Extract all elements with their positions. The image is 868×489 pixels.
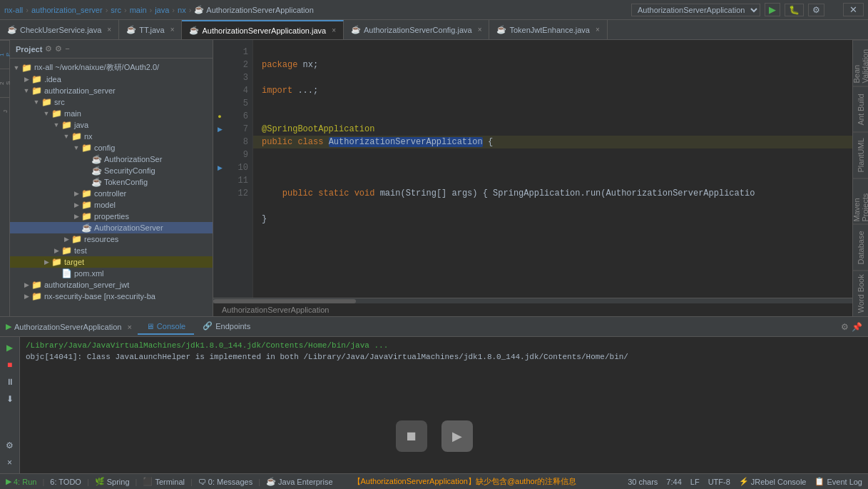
breadcrumb-nx-all[interactable]: nx-all bbox=[4, 6, 23, 14]
breadcrumb-nx[interactable]: nx bbox=[178, 6, 186, 14]
code-footer: AuthorizationServerApplication bbox=[213, 303, 852, 316]
breadcrumb-main[interactable]: main bbox=[130, 6, 147, 14]
tree-auth-server-jwt[interactable]: 📁 authorization_server_jwt bbox=[10, 279, 213, 291]
breadcrumb-authorization-server[interactable]: authorization_server bbox=[31, 6, 103, 14]
sidebar-gear-icon[interactable]: ⚙ bbox=[55, 44, 62, 54]
sep5: › bbox=[172, 6, 175, 14]
tree-properties[interactable]: 📁 properties bbox=[10, 211, 213, 222]
bottom-tabs-bar: ▶ AuthorizationServerApplication × 🖥 Con… bbox=[0, 317, 868, 337]
java-icon: ☕ bbox=[266, 477, 276, 486]
gutter-line10[interactable]: ▶ bbox=[215, 161, 225, 174]
tab-endpoints[interactable]: 🔗 Endpoints bbox=[194, 318, 259, 335]
tree-controller[interactable]: 📁 controller bbox=[10, 188, 213, 199]
scrollbar-thumb[interactable] bbox=[213, 299, 356, 303]
tree-src[interactable]: 📁 src bbox=[10, 96, 213, 108]
code-editor[interactable]: ● ▶ ▶ 1 2 3 4 5 6 7 8 9 10 11 1 bbox=[213, 40, 852, 298]
breadcrumb: nx-all › authorization_server › src › ma… bbox=[4, 5, 314, 14]
tree-test[interactable]: 📁 test bbox=[10, 245, 213, 256]
breadcrumb-java[interactable]: java bbox=[155, 6, 169, 14]
sep-run: | bbox=[42, 478, 44, 486]
sidebar-settings-icon[interactable]: ⚙ bbox=[45, 44, 52, 54]
lf-status[interactable]: LF bbox=[690, 478, 700, 486]
code-filename-footer: AuthorizationServerApplication bbox=[222, 306, 329, 314]
tree-nx-all[interactable]: 📁 nx-all ~/work/naixue/教研/OAuth2.0/ bbox=[10, 61, 213, 74]
jrebel-toggle[interactable]: J bbox=[0, 97, 10, 126]
run-config-dropdown[interactable]: AuthorizationServerApplication bbox=[631, 4, 760, 16]
code-content[interactable]: package nx; import ...; @SpringBootAppli… bbox=[253, 40, 852, 298]
settings-btn[interactable]: ⚙ bbox=[2, 438, 18, 453]
scroll-down-button[interactable]: ⬇ bbox=[2, 391, 18, 407]
tab-checkuserservice[interactable]: ☕ CheckUserService.java × bbox=[0, 20, 119, 39]
tab-tokenjwtenhance[interactable]: ☕ TokenJwtEnhance.java × bbox=[489, 20, 607, 39]
tree-authorizationser[interactable]: ☕ AuthorizationSer bbox=[10, 153, 213, 165]
pin-icon[interactable]: 📌 bbox=[852, 322, 862, 332]
gutter-line12 bbox=[215, 187, 225, 200]
tree-java[interactable]: 📁 java bbox=[10, 119, 213, 131]
sidebar-header-icons: ⚙ ⚙ − bbox=[45, 44, 69, 54]
tab-tt[interactable]: ☕ TT.java × bbox=[119, 20, 182, 39]
stop-button[interactable]: ■ bbox=[2, 357, 18, 373]
plantuml-panel[interactable]: PlantUML bbox=[853, 132, 868, 178]
tree-nx-security-base[interactable]: 📁 nx-security-base [nx-security-ba bbox=[10, 291, 213, 302]
tree-config[interactable]: 📁 config bbox=[10, 142, 213, 153]
arrow-auth-jwt bbox=[21, 281, 31, 288]
tree-nx[interactable]: 📁 nx bbox=[10, 131, 213, 142]
java-enterprise-status[interactable]: ☕ Java Enterprise bbox=[266, 477, 332, 486]
line-numbers: 1 2 3 4 5 6 7 8 9 10 11 12 bbox=[226, 40, 253, 298]
terminal-status[interactable]: ⬛ Terminal bbox=[143, 477, 185, 486]
tab-authorizationserverapplication[interactable]: ☕ AuthorizationServerApplication.java × bbox=[182, 20, 344, 39]
horizontal-scrollbar[interactable] bbox=[213, 298, 852, 303]
structure-panel-toggle[interactable]: 2S bbox=[0, 69, 10, 97]
run-status[interactable]: ▶ 4: Run bbox=[6, 477, 36, 486]
tree-resources[interactable]: 📁 resources bbox=[10, 233, 213, 245]
encoding-status[interactable]: UTF-8 bbox=[708, 478, 730, 486]
run-again-button[interactable]: ▶ bbox=[2, 340, 18, 356]
event-log-status[interactable]: 📋 Event Log bbox=[815, 477, 862, 486]
run-close[interactable]: × bbox=[127, 323, 131, 331]
jrebel-console-status[interactable]: ⚡ JRebel Console bbox=[739, 477, 807, 486]
tree-authorizationserverapplication[interactable]: ☕ AuthorizationServer bbox=[10, 222, 213, 233]
word-book-panel[interactable]: Word Book bbox=[853, 271, 868, 317]
tab-console[interactable]: 🖥 Console bbox=[138, 319, 194, 335]
maven-projects-panel[interactable]: Maven Projects bbox=[853, 178, 868, 225]
gutter-line8 bbox=[215, 136, 225, 148]
sep4: › bbox=[150, 6, 153, 14]
run-button[interactable]: ▶ bbox=[765, 3, 780, 16]
sidebar-collapse-icon[interactable]: − bbox=[65, 44, 69, 54]
todo-status[interactable]: 6: TODO bbox=[50, 478, 81, 486]
time-status: 7:44 bbox=[666, 478, 681, 486]
arrow-nx-security bbox=[21, 293, 31, 300]
tree-pom[interactable]: 📄 pom.xml bbox=[10, 268, 213, 279]
sep-todo: | bbox=[87, 478, 89, 486]
tree-main[interactable]: 📁 main bbox=[10, 108, 213, 119]
status-right: 30 chars 7:44 LF UTF-8 ⚡ JRebel Console … bbox=[628, 477, 862, 486]
close-button[interactable]: ✕ bbox=[843, 3, 864, 16]
jrebel-icon: ⚡ bbox=[739, 477, 749, 486]
sep6: › bbox=[189, 6, 192, 14]
breadcrumb-src[interactable]: src bbox=[111, 6, 121, 14]
tree-tokenconfig[interactable]: ☕ TokenConfig bbox=[10, 176, 213, 188]
tree-model[interactable]: 📁 model bbox=[10, 199, 213, 211]
ant-build-panel[interactable]: Ant Build bbox=[853, 86, 868, 133]
pause-button[interactable]: ⏸ bbox=[2, 374, 18, 390]
gutter-line7[interactable]: ▶ bbox=[215, 123, 225, 136]
close-btn-console[interactable]: × bbox=[2, 455, 18, 470]
tree-idea[interactable]: 📁 .idea bbox=[10, 74, 213, 85]
database-panel[interactable]: Database bbox=[853, 224, 868, 271]
debug-button[interactable]: 🐛 bbox=[785, 4, 804, 16]
sep-terminal: | bbox=[190, 478, 193, 486]
gutter-line1 bbox=[215, 46, 225, 59]
spring-status[interactable]: 🌿 Spring bbox=[95, 477, 130, 486]
more-actions[interactable]: ⚙ bbox=[808, 4, 824, 16]
messages-status[interactable]: 🗨 0: Messages bbox=[198, 478, 252, 486]
bean-validation-panel[interactable]: Bean Validation bbox=[853, 40, 868, 86]
tree-authorization-server[interactable]: 📁 authorization_server bbox=[10, 85, 213, 96]
project-panel-toggle[interactable]: 1P bbox=[0, 40, 10, 69]
settings-icon[interactable]: ⚙ bbox=[841, 322, 849, 332]
bottom-tab-icons: ⚙ 📌 bbox=[841, 322, 862, 332]
stop-overlay-button[interactable]: ⏹ bbox=[396, 420, 427, 452]
tree-securityconfig[interactable]: ☕ SecurityConfig bbox=[10, 165, 213, 176]
tree-target[interactable]: 📁 target bbox=[10, 256, 213, 268]
tab-authorizationserverconfig[interactable]: ☕ AuthorizationServerConfig.java × bbox=[344, 20, 489, 39]
play-overlay-button[interactable]: ▶ bbox=[441, 420, 473, 452]
